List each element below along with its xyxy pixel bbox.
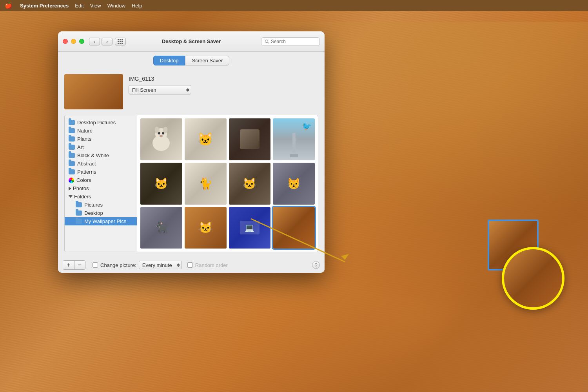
preview-info: IMG_6113 Fill Screen [129,74,191,94]
photo-cell-8[interactable]: 😾 [273,163,315,205]
window-title: Desktop & Screen Saver [162,38,221,44]
select-arrow-icon [186,88,189,92]
photo-cell-2[interactable]: 🐱 [185,118,227,160]
sidebar: Desktop Pictures Nature Plants Art [65,115,137,252]
folder-icon [69,161,75,166]
search-box[interactable] [261,37,320,46]
sidebar-item-black-white[interactable]: Black & White [65,151,137,160]
photo-cell-4[interactable]: 🐦 [273,118,315,160]
forward-button[interactable]: › [102,38,113,45]
tab-bar: Desktop Screen Saver [58,52,325,69]
minimize-button[interactable] [71,39,76,44]
sidebar-label-art: Art [77,144,84,150]
photo-cell-12-selected[interactable] [273,207,315,249]
photo-cell-5[interactable]: 🐱 [140,163,182,205]
expand-icon [69,187,71,191]
grid-button[interactable] [115,38,126,45]
tab-screen-saver[interactable]: Screen Saver [185,56,229,65]
sidebar-item-folders[interactable]: Folders [65,192,137,201]
fill-screen-select[interactable]: Fill Screen [129,85,191,94]
photo-cell-3[interactable] [229,118,271,160]
close-button[interactable] [63,39,68,44]
add-folder-button[interactable]: + [63,261,74,269]
photo-cell-9[interactable]: 🐈‍⬛ [140,207,182,249]
folder-icon [76,219,82,224]
sidebar-item-art[interactable]: Art [65,143,137,151]
interval-arrow-icon [177,263,180,267]
photo-dog-icon [149,125,173,153]
folder-icon [69,128,75,133]
sidebar-label-abstract: Abstract [77,161,96,167]
menubar-window[interactable]: Window [107,3,125,9]
photo-cell-10[interactable]: 🐱 [185,207,227,249]
folder-icon [69,153,75,158]
tab-desktop[interactable]: Desktop [153,56,185,65]
sidebar-label-folders: Folders [74,194,91,200]
menubar-help[interactable]: Help [132,3,142,9]
apple-menu-icon[interactable]: 🍎 [5,2,12,9]
folder-icon [69,136,75,142]
menubar-edit[interactable]: Edit [75,3,83,9]
photo-cell-7[interactable]: 🐱 [229,163,271,205]
preview-thumbnail [64,74,123,109]
menubar-system-preferences[interactable]: System Preferences [20,3,69,9]
sidebar-label-desktop-folder: Desktop [84,210,103,216]
sidebar-item-my-wallpaper-pics[interactable]: My Wallpaper Pics [65,217,137,225]
maximize-button[interactable] [79,39,84,44]
sidebar-item-photos[interactable]: Photos [65,184,137,192]
change-picture-area: Change picture: Every minute [93,261,182,269]
sidebar-label-colors: Colors [76,177,91,183]
desktop-background: ‹ › Desktop & Screen Saver De [0,11,588,392]
search-icon [265,39,269,44]
sidebar-label-photos: Photos [73,185,89,191]
search-input[interactable] [271,39,316,44]
svg-marker-1 [341,254,349,260]
annotation-circle [502,247,564,310]
photo-cell-1[interactable] [140,118,182,160]
sidebar-item-desktop-folder[interactable]: Desktop [65,209,137,217]
titlebar: ‹ › Desktop & Screen Saver [58,31,325,52]
interval-select[interactable]: Every minute [139,261,182,269]
back-button[interactable]: ‹ [89,38,100,45]
change-picture-checkbox[interactable] [93,262,98,268]
add-remove-buttons: + − [63,260,85,270]
photo-cell-11[interactable]: 💻 [229,207,271,249]
folder-icon [69,120,75,125]
preview-filename: IMG_6113 [129,76,191,82]
photo-cell-6[interactable]: 🐈 [185,163,227,205]
sidebar-label-nature: Nature [77,128,93,134]
sidebar-item-pictures[interactable]: Pictures [65,201,137,209]
folder-icon [69,169,75,174]
folder-icon [76,211,82,216]
main-panel: Desktop Pictures Nature Plants Art [64,115,318,252]
svg-line-3 [268,42,269,43]
interval-label: Every minute [142,262,172,268]
content-area: IMG_6113 Fill Screen Desk [58,69,325,257]
sidebar-item-colors[interactable]: Colors [65,176,137,184]
remove-folder-button[interactable]: − [74,261,85,269]
sidebar-item-plants[interactable]: Plants [65,135,137,143]
sidebar-label-plants: Plants [77,136,91,142]
sidebar-item-patterns[interactable]: Patterns [65,168,137,176]
svg-point-8 [158,132,160,134]
svg-point-2 [265,40,268,42]
change-picture-label: Change picture: [100,262,136,268]
menubar-view[interactable]: View [90,3,101,9]
svg-point-10 [160,135,163,137]
photo-grid: 🐱 🐦 [137,115,318,252]
sidebar-label-patterns: Patterns [77,169,96,175]
random-order-area: Random order [187,262,228,268]
collapse-icon [69,195,73,198]
sidebar-label-pictures: Pictures [84,202,103,208]
traffic-lights [63,39,84,44]
sidebar-item-desktop-pictures[interactable]: Desktop Pictures [65,118,137,127]
svg-point-9 [162,132,164,134]
sidebar-label-black-white: Black & White [77,152,109,158]
system-preferences-window: ‹ › Desktop & Screen Saver De [58,31,325,273]
sidebar-label-desktop-pictures: Desktop Pictures [77,120,116,125]
random-order-checkbox[interactable] [187,262,193,268]
nav-buttons: ‹ › [89,38,113,45]
sidebar-item-nature[interactable]: Nature [65,127,137,135]
sidebar-item-abstract[interactable]: Abstract [65,160,137,168]
help-button[interactable]: ? [312,261,320,269]
